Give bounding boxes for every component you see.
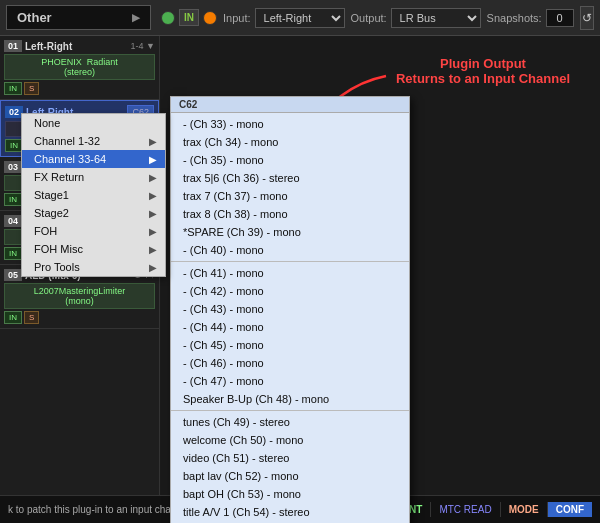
menu-fx-return[interactable]: FX Return▶ xyxy=(22,168,165,186)
main-content: 01 Left-Right 1-4 ▼ PHOENIX Radiant(ster… xyxy=(0,36,600,495)
submenu-item-ch45[interactable]: - (Ch 45) - mono xyxy=(171,336,409,354)
ch01-plugin[interactable]: PHOENIX Radiant(stereo) xyxy=(4,54,155,80)
sep2 xyxy=(171,410,409,411)
submenu-item-ch44[interactable]: - (Ch 44) - mono xyxy=(171,318,409,336)
submenu-item-ch43[interactable]: - (Ch 43) - mono xyxy=(171,300,409,318)
menu-foh-misc[interactable]: FOH Misc▶ xyxy=(22,240,165,258)
annotation-line2: Returns to an Input Channel xyxy=(396,71,570,86)
submenu-item-ch39[interactable]: *SPARE (Ch 39) - mono xyxy=(171,223,409,241)
ch01-in-button[interactable]: IN xyxy=(4,82,22,95)
output-label: Output: xyxy=(351,12,387,24)
ch01-fader: 1-4 ▼ xyxy=(131,41,155,51)
menu-ch33-64[interactable]: Channel 33-64▶ xyxy=(22,150,165,168)
submenu-item-ch48[interactable]: Speaker B-Up (Ch 48) - mono xyxy=(171,390,409,408)
status-mtc: MTC READ xyxy=(430,502,499,517)
menu-stage2[interactable]: Stage2▶ xyxy=(22,204,165,222)
submenu-item-ch42[interactable]: - (Ch 42) - mono xyxy=(171,282,409,300)
menu-foh[interactable]: FOH▶ xyxy=(22,222,165,240)
submenu-item-ch51[interactable]: video (Ch 51) - stereo xyxy=(171,449,409,467)
ch04-in-button[interactable]: IN xyxy=(4,247,22,260)
ch03-num: 03 xyxy=(4,161,22,173)
top-bar: Other ▶ IN Input: Left-Right Output: LR … xyxy=(0,0,600,36)
submenu-item-ch53[interactable]: bapt OH (Ch 53) - mono xyxy=(171,485,409,503)
ch01-s-button[interactable]: S xyxy=(24,82,39,95)
submenu-item-ch54[interactable]: title A/V 1 (Ch 54) - stereo xyxy=(171,503,409,521)
submenu-item-ch33[interactable]: - (Ch 33) - mono xyxy=(171,115,409,133)
channel-strip-01: 01 Left-Right 1-4 ▼ PHOENIX Radiant(ster… xyxy=(0,36,159,100)
in-label: IN xyxy=(179,9,199,26)
ch01-header: 01 Left-Right 1-4 ▼ xyxy=(4,40,155,52)
submenu-item-ch38[interactable]: trax 8 (Ch 38) - mono xyxy=(171,205,409,223)
submenu-item-ch46[interactable]: - (Ch 46) - mono xyxy=(171,354,409,372)
input-section: Input: Left-Right xyxy=(223,8,345,28)
menu-ch1-32[interactable]: Channel 1-32▶ xyxy=(22,132,165,150)
submenu-item-ch47[interactable]: - (Ch 47) - mono xyxy=(171,372,409,390)
ch01-buttons: IN S xyxy=(4,82,155,95)
ch03-in-button[interactable]: IN xyxy=(4,193,22,206)
status-mode: MODE xyxy=(500,502,547,517)
submenu-item-ch36[interactable]: trax 5|6 (Ch 36) - stereo xyxy=(171,169,409,187)
ch05-plugin[interactable]: L2007MasteringLimiter(mono) xyxy=(4,283,155,309)
submenu-item-ch49[interactable]: tunes (Ch 49) - stereo xyxy=(171,413,409,431)
dropdown-header: C62 xyxy=(171,97,409,113)
ch05-num: 05 xyxy=(4,269,22,281)
submenu-item-ch41[interactable]: - (Ch 41) - mono xyxy=(171,264,409,282)
menu-pro-tools[interactable]: Pro Tools▶ xyxy=(22,258,165,276)
submenu-item-ch50[interactable]: welcome (Ch 50) - mono xyxy=(171,431,409,449)
ch04-num: 04 xyxy=(4,215,22,227)
submenu-item-ch37[interactable]: trax 7 (Ch 37) - mono xyxy=(171,187,409,205)
ch05-s-button[interactable]: S xyxy=(24,311,39,324)
annotation: Plugin Output Returns to an Input Channe… xyxy=(396,56,570,86)
plugin-title[interactable]: Other ▶ xyxy=(6,5,151,30)
out-led xyxy=(203,11,217,25)
submenu-items: - (Ch 33) - mono trax (Ch 34) - mono - (… xyxy=(171,113,409,523)
submenu-item-ch40[interactable]: - (Ch 40) - mono xyxy=(171,241,409,259)
submenu-item-ch34[interactable]: trax (Ch 34) - mono xyxy=(171,133,409,151)
ch01-num: 01 xyxy=(4,40,22,52)
refresh-button[interactable]: ↺ xyxy=(580,6,594,30)
submenu-item-ch35[interactable]: - (Ch 35) - mono xyxy=(171,151,409,169)
menu-none[interactable]: None xyxy=(22,114,165,132)
plugin-title-text: Other xyxy=(17,10,52,25)
io-section: IN xyxy=(161,9,217,26)
status-conf: CONF xyxy=(547,502,592,517)
ch01-name: Left-Right xyxy=(25,41,128,52)
input-label: Input: xyxy=(223,12,251,24)
in-led xyxy=(161,11,175,25)
snapshots-value: 0 xyxy=(546,9,574,27)
sep1 xyxy=(171,261,409,262)
ch05-in-button[interactable]: IN xyxy=(4,311,22,324)
submenu-item-ch52[interactable]: bapt lav (Ch 52) - mono xyxy=(171,467,409,485)
title-arrow: ▶ xyxy=(132,12,140,23)
ch05-buttons: IN S xyxy=(4,311,155,324)
menu-stage1[interactable]: Stage1▶ xyxy=(22,186,165,204)
annotation-line1: Plugin Output xyxy=(396,56,570,71)
output-section: Output: LR Bus xyxy=(351,8,481,28)
right-panel: Plugin Output Returns to an Input Channe… xyxy=(160,36,600,495)
dropdown-menu: C62 - (Ch 33) - mono trax (Ch 34) - mono… xyxy=(170,96,410,523)
output-select[interactable]: LR Bus xyxy=(391,8,481,28)
snapshots-section: Snapshots: 0 xyxy=(487,9,574,27)
main-menu: None Channel 1-32▶ Channel 33-64▶ FX Ret… xyxy=(21,113,166,277)
snapshots-label: Snapshots: xyxy=(487,12,542,24)
input-select[interactable]: Left-Right xyxy=(255,8,345,28)
